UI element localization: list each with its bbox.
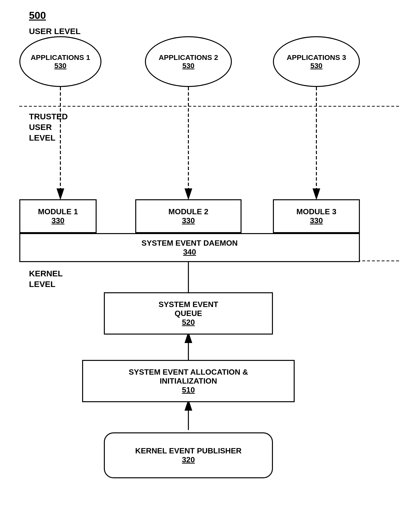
mod3-title: MODULE 3 — [296, 207, 336, 216]
seq-ref: 520 — [182, 318, 195, 327]
mod1-ref: 330 — [52, 216, 64, 225]
seai-title: SYSTEM EVENT ALLOCATION & INITIALIZATION — [129, 368, 248, 385]
mod1-node: MODULE 1 330 — [19, 199, 97, 233]
seq-node: SYSTEM EVENT QUEUE 520 — [104, 292, 273, 335]
seai-node: SYSTEM EVENT ALLOCATION & INITIALIZATION… — [82, 360, 295, 402]
kernel-level-label: KERNELLEVEL — [29, 268, 63, 289]
sed-title: SYSTEM EVENT DAEMON — [142, 239, 238, 248]
app1-node: APPLICATIONS 1 530 — [19, 36, 101, 87]
app2-ref: 530 — [182, 61, 194, 70]
app2-title: APPLICATIONS 2 — [159, 53, 218, 61]
mod2-ref: 330 — [182, 216, 195, 225]
kep-title: KERNEL EVENT PUBLISHER — [135, 446, 242, 455]
sed-node: SYSTEM EVENT DAEMON 340 — [19, 233, 360, 262]
trusted-level-label: TRUSTEDUSERLEVEL — [29, 111, 68, 143]
kep-node: KERNEL EVENT PUBLISHER 320 — [104, 432, 273, 478]
mod1-title: MODULE 1 — [38, 207, 78, 216]
mod2-title: MODULE 2 — [168, 207, 208, 216]
app3-title: APPLICATIONS 3 — [287, 53, 346, 61]
sed-ref: 340 — [183, 248, 196, 257]
mod3-ref: 330 — [310, 216, 323, 225]
app3-ref: 530 — [310, 61, 322, 70]
figure-number: 500 — [29, 10, 46, 21]
user-level-label: USER LEVEL — [29, 27, 80, 36]
kep-ref: 320 — [182, 455, 195, 464]
app1-title: APPLICATIONS 1 — [31, 53, 90, 61]
diagram: 500 USER LEVEL APPLICATIONS 1 530 APPLIC… — [0, 0, 420, 522]
app2-node: APPLICATIONS 2 530 — [145, 36, 232, 87]
app3-node: APPLICATIONS 3 530 — [273, 36, 360, 87]
seai-ref: 510 — [182, 385, 195, 394]
app1-ref: 530 — [54, 61, 66, 70]
mod3-node: MODULE 3 330 — [273, 199, 360, 233]
mod2-node: MODULE 2 330 — [135, 199, 242, 233]
seq-title: SYSTEM EVENT QUEUE — [158, 300, 218, 318]
